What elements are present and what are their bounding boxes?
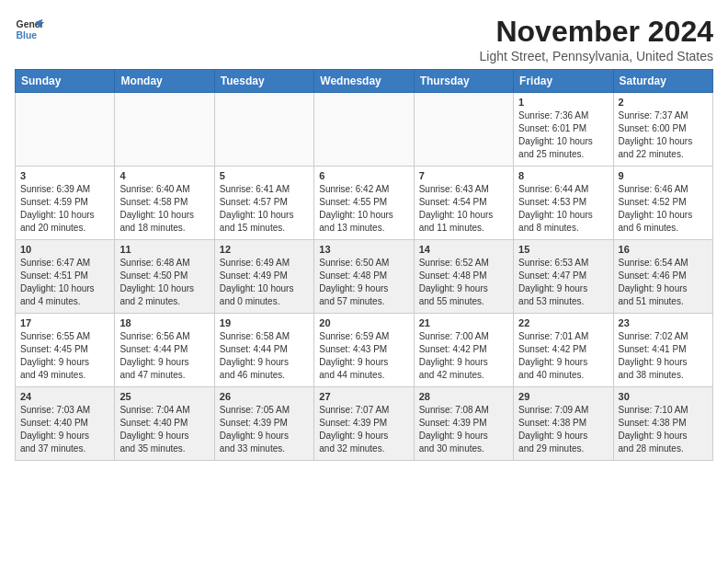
day-number: 4 (119, 170, 209, 181)
calendar-cell: 7Sunrise: 6:43 AM Sunset: 4:54 PM Daylig… (414, 167, 513, 240)
day-info: Sunrise: 6:58 AM Sunset: 4:44 PM Dayligh… (220, 330, 309, 382)
day-number: 1 (518, 97, 608, 108)
day-info: Sunrise: 6:47 AM Sunset: 4:51 PM Dayligh… (20, 257, 109, 308)
title-block: November 2024 Light Street, Pennsylvania… (480, 15, 713, 63)
calendar-cell: 22Sunrise: 7:01 AM Sunset: 4:42 PM Dayli… (514, 314, 613, 387)
day-info: Sunrise: 6:55 AM Sunset: 4:45 PM Dayligh… (20, 330, 109, 382)
calendar-cell: 20Sunrise: 6:59 AM Sunset: 4:43 PM Dayli… (314, 314, 414, 387)
day-number: 15 (518, 244, 608, 255)
day-number: 3 (20, 170, 109, 181)
calendar-cell: 14Sunrise: 6:52 AM Sunset: 4:48 PM Dayli… (414, 240, 513, 314)
weekday-header: Monday (115, 70, 214, 93)
svg-text:Blue: Blue (17, 30, 38, 40)
day-info: Sunrise: 6:50 AM Sunset: 4:48 PM Dayligh… (319, 257, 408, 308)
day-info: Sunrise: 6:43 AM Sunset: 4:54 PM Dayligh… (419, 183, 508, 235)
day-number: 29 (518, 391, 608, 402)
day-info: Sunrise: 6:42 AM Sunset: 4:55 PM Dayligh… (319, 183, 408, 235)
day-info: Sunrise: 7:01 AM Sunset: 4:42 PM Dayligh… (518, 330, 608, 382)
day-number: 20 (319, 317, 408, 328)
month-title: November 2024 (480, 15, 713, 49)
page-header: General Blue November 2024 Light Street,… (15, 15, 713, 63)
logo: General Blue (15, 15, 44, 44)
day-number: 30 (619, 391, 708, 402)
calendar-cell (414, 93, 513, 167)
calendar-cell: 3Sunrise: 6:39 AM Sunset: 4:59 PM Daylig… (16, 167, 115, 240)
calendar-cell (214, 93, 313, 167)
day-info: Sunrise: 7:10 AM Sunset: 4:38 PM Dayligh… (619, 404, 708, 455)
day-number: 2 (619, 97, 708, 108)
weekday-header: Sunday (16, 70, 115, 93)
location: Light Street, Pennsylvania, United State… (480, 49, 713, 63)
calendar-cell: 15Sunrise: 6:53 AM Sunset: 4:47 PM Dayli… (514, 240, 613, 314)
day-info: Sunrise: 7:05 AM Sunset: 4:39 PM Dayligh… (220, 404, 309, 455)
day-info: Sunrise: 6:41 AM Sunset: 4:57 PM Dayligh… (220, 183, 309, 235)
day-number: 19 (220, 317, 309, 328)
day-number: 27 (319, 391, 408, 402)
calendar-cell: 21Sunrise: 7:00 AM Sunset: 4:42 PM Dayli… (414, 314, 513, 387)
day-number: 25 (119, 391, 209, 402)
day-info: Sunrise: 6:40 AM Sunset: 4:58 PM Dayligh… (119, 183, 209, 235)
day-info: Sunrise: 6:53 AM Sunset: 4:47 PM Dayligh… (518, 257, 608, 308)
calendar-cell: 27Sunrise: 7:07 AM Sunset: 4:39 PM Dayli… (314, 387, 414, 461)
calendar-cell: 11Sunrise: 6:48 AM Sunset: 4:50 PM Dayli… (115, 240, 214, 314)
calendar-cell: 17Sunrise: 6:55 AM Sunset: 4:45 PM Dayli… (16, 314, 115, 387)
day-number: 14 (419, 244, 508, 255)
calendar-cell: 28Sunrise: 7:08 AM Sunset: 4:39 PM Dayli… (414, 387, 513, 461)
day-number: 22 (518, 317, 608, 328)
day-number: 9 (619, 170, 708, 181)
calendar-cell: 4Sunrise: 6:40 AM Sunset: 4:58 PM Daylig… (115, 167, 214, 240)
day-info: Sunrise: 6:48 AM Sunset: 4:50 PM Dayligh… (119, 257, 209, 308)
calendar-cell: 24Sunrise: 7:03 AM Sunset: 4:40 PM Dayli… (16, 387, 115, 461)
calendar-cell: 26Sunrise: 7:05 AM Sunset: 4:39 PM Dayli… (214, 387, 313, 461)
day-number: 5 (220, 170, 309, 181)
calendar-cell: 12Sunrise: 6:49 AM Sunset: 4:49 PM Dayli… (214, 240, 313, 314)
day-number: 13 (319, 244, 408, 255)
day-info: Sunrise: 7:37 AM Sunset: 6:00 PM Dayligh… (619, 109, 708, 161)
weekday-header: Thursday (414, 70, 513, 93)
day-number: 10 (20, 244, 109, 255)
day-number: 16 (619, 244, 708, 255)
calendar-cell: 1Sunrise: 7:36 AM Sunset: 6:01 PM Daylig… (514, 93, 613, 167)
calendar-cell (16, 93, 115, 167)
day-info: Sunrise: 7:09 AM Sunset: 4:38 PM Dayligh… (518, 404, 608, 455)
calendar-cell: 19Sunrise: 6:58 AM Sunset: 4:44 PM Dayli… (214, 314, 313, 387)
day-number: 6 (319, 170, 408, 181)
weekday-header: Wednesday (314, 70, 414, 93)
calendar-cell: 10Sunrise: 6:47 AM Sunset: 4:51 PM Dayli… (16, 240, 115, 314)
calendar-cell: 23Sunrise: 7:02 AM Sunset: 4:41 PM Dayli… (613, 314, 712, 387)
day-info: Sunrise: 6:59 AM Sunset: 4:43 PM Dayligh… (319, 330, 408, 382)
day-number: 17 (20, 317, 109, 328)
calendar-cell (314, 93, 414, 167)
day-info: Sunrise: 6:56 AM Sunset: 4:44 PM Dayligh… (119, 330, 209, 382)
calendar-table: SundayMondayTuesdayWednesdayThursdayFrid… (15, 69, 713, 461)
calendar-cell: 13Sunrise: 6:50 AM Sunset: 4:48 PM Dayli… (314, 240, 414, 314)
weekday-header: Tuesday (214, 70, 313, 93)
calendar-week-row: 17Sunrise: 6:55 AM Sunset: 4:45 PM Dayli… (16, 314, 713, 387)
day-number: 11 (119, 244, 209, 255)
calendar-week-row: 10Sunrise: 6:47 AM Sunset: 4:51 PM Dayli… (16, 240, 713, 314)
calendar-cell: 2Sunrise: 7:37 AM Sunset: 6:00 PM Daylig… (613, 93, 712, 167)
day-info: Sunrise: 7:04 AM Sunset: 4:40 PM Dayligh… (119, 404, 209, 455)
day-info: Sunrise: 7:07 AM Sunset: 4:39 PM Dayligh… (319, 404, 408, 455)
calendar-cell: 25Sunrise: 7:04 AM Sunset: 4:40 PM Dayli… (115, 387, 214, 461)
weekday-header: Saturday (613, 70, 712, 93)
day-number: 24 (20, 391, 109, 402)
calendar-week-row: 3Sunrise: 6:39 AM Sunset: 4:59 PM Daylig… (16, 167, 713, 240)
day-number: 23 (619, 317, 708, 328)
day-number: 21 (419, 317, 508, 328)
calendar-cell: 8Sunrise: 6:44 AM Sunset: 4:53 PM Daylig… (514, 167, 613, 240)
day-info: Sunrise: 6:39 AM Sunset: 4:59 PM Dayligh… (20, 183, 109, 235)
day-info: Sunrise: 7:02 AM Sunset: 4:41 PM Dayligh… (619, 330, 708, 382)
calendar-cell: 18Sunrise: 6:56 AM Sunset: 4:44 PM Dayli… (115, 314, 214, 387)
weekday-header-row: SundayMondayTuesdayWednesdayThursdayFrid… (16, 70, 713, 93)
day-number: 18 (119, 317, 209, 328)
day-info: Sunrise: 6:54 AM Sunset: 4:46 PM Dayligh… (619, 257, 708, 308)
day-info: Sunrise: 7:03 AM Sunset: 4:40 PM Dayligh… (20, 404, 109, 455)
weekday-header: Friday (514, 70, 613, 93)
calendar-cell: 29Sunrise: 7:09 AM Sunset: 4:38 PM Dayli… (514, 387, 613, 461)
day-number: 12 (220, 244, 309, 255)
calendar-cell: 5Sunrise: 6:41 AM Sunset: 4:57 PM Daylig… (214, 167, 313, 240)
day-info: Sunrise: 7:36 AM Sunset: 6:01 PM Dayligh… (518, 109, 608, 161)
logo-icon: General Blue (15, 15, 44, 44)
day-info: Sunrise: 6:49 AM Sunset: 4:49 PM Dayligh… (220, 257, 309, 308)
